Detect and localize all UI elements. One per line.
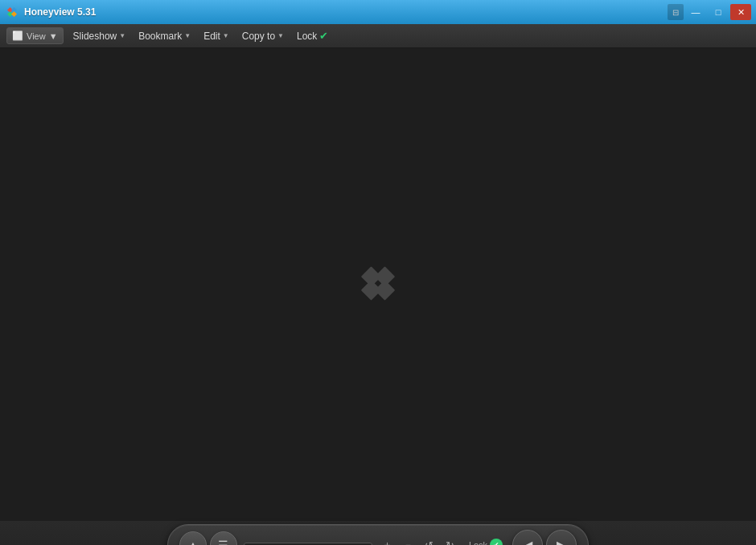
bookmark-chevron-icon: ▼: [184, 32, 191, 39]
next-icon: ▶: [557, 538, 566, 546]
bottom-toolbar: ▲ ☰ ＋ － ↺ ↻ Lock ✔: [0, 521, 756, 545]
minimize-button[interactable]: —: [685, 4, 706, 20]
main-canvas: [0, 48, 756, 521]
zoom-in-button[interactable]: ＋: [379, 536, 396, 545]
prev-icon: ◀: [523, 538, 532, 546]
bookmark-menu[interactable]: Bookmark ▼: [132, 27, 197, 45]
edit-menu[interactable]: Edit ▼: [197, 27, 236, 45]
lock-label: Lock: [297, 31, 317, 42]
eject-icon: ▲: [187, 539, 199, 545]
eject-button[interactable]: ▲: [179, 531, 207, 545]
lock-check-icon: ✔: [490, 539, 503, 545]
zoom-in-icon: ＋: [382, 538, 392, 545]
hamburger-icon: ☰: [218, 539, 228, 545]
rotate-cw-icon: ↻: [446, 539, 454, 546]
svg-rect-3: [11, 11, 17, 17]
copy-to-label: Copy to: [242, 31, 275, 42]
zoom-out-icon: －: [403, 538, 413, 545]
prev-button[interactable]: ◀: [512, 530, 543, 545]
honeyview-logo: [354, 260, 402, 309]
zoom-out-button[interactable]: －: [400, 536, 417, 545]
lock-button[interactable]: Lock ✔: [462, 536, 509, 545]
unknown-button[interactable]: ⊟: [668, 4, 684, 20]
view-icon-button[interactable]: ⬜ View ▼: [6, 27, 64, 44]
app-icon: [5, 5, 19, 19]
rotate-cw-button[interactable]: ↻: [442, 536, 459, 545]
bookmark-label: Bookmark: [138, 31, 182, 42]
slideshow-label: Slideshow: [73, 31, 117, 42]
menu-button[interactable]: ☰: [210, 531, 237, 545]
rotate-ccw-icon: ↺: [425, 539, 433, 546]
slideshow-chevron-icon: ▼: [119, 32, 125, 39]
svg-rect-7: [361, 280, 381, 300]
edit-chevron-icon: ▼: [223, 32, 229, 39]
lock-text: Lock: [469, 540, 487, 545]
view-label: View: [27, 31, 46, 41]
app-title: Honeyview 5.31: [24, 6, 96, 18]
edit-label: Edit: [203, 31, 220, 42]
lock-menu[interactable]: Lock ✔: [290, 27, 335, 45]
next-button[interactable]: ▶: [546, 530, 577, 545]
view-chevron-icon: ▼: [49, 31, 58, 41]
copy-to-chevron-icon: ▼: [277, 32, 284, 39]
monitor-icon: ⬜: [12, 31, 23, 41]
copy-to-menu[interactable]: Copy to ▼: [236, 27, 290, 45]
maximize-button[interactable]: □: [708, 4, 729, 20]
window-controls: ⊟ — □ ✕: [668, 4, 751, 20]
rotate-ccw-button[interactable]: ↺: [421, 536, 438, 545]
title-left: Honeyview 5.31: [5, 5, 96, 19]
menu-bar: ⬜ View ▼ Slideshow ▼ Bookmark ▼ Edit ▼ C…: [0, 24, 756, 48]
lock-check-icon: ✔: [319, 30, 328, 42]
toolbar-inner: ▲ ☰ ＋ － ↺ ↻ Lock ✔: [167, 524, 589, 545]
slideshow-menu[interactable]: Slideshow ▼: [67, 27, 133, 45]
title-bar: Honeyview 5.31 ⊟ — □ ✕: [0, 0, 756, 24]
close-button[interactable]: ✕: [730, 4, 751, 20]
